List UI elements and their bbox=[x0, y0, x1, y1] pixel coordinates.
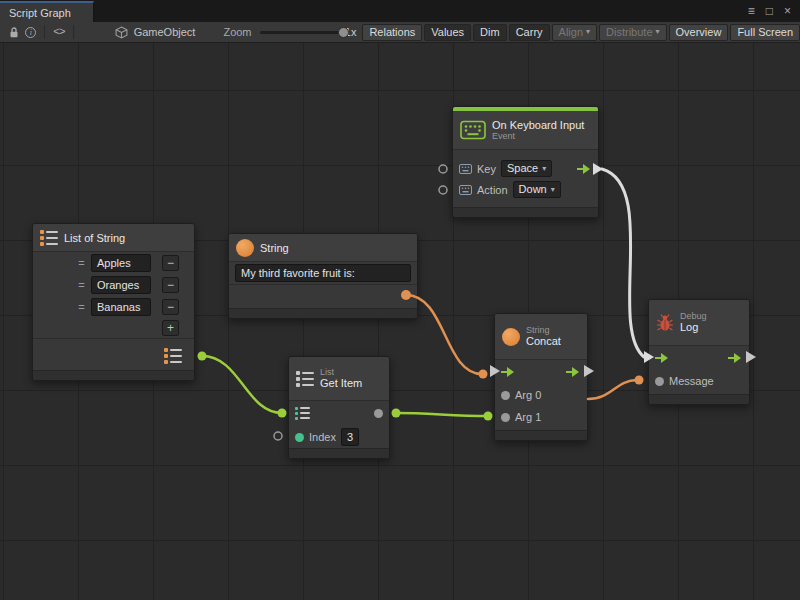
key-dropdown[interactable]: Space▾ bbox=[501, 160, 552, 177]
code-view-icon[interactable]: <> bbox=[50, 24, 67, 41]
add-item-button[interactable]: + bbox=[162, 320, 179, 336]
wire-concat-to-log[interactable] bbox=[588, 380, 637, 399]
gameobject-cube-icon bbox=[112, 24, 129, 41]
item-output-port[interactable] bbox=[374, 409, 383, 418]
distribute-dropdown[interactable]: Distribute▾ bbox=[599, 24, 666, 41]
action-input-port[interactable] bbox=[439, 186, 447, 194]
index-input-port[interactable] bbox=[295, 433, 304, 442]
node-string-literal[interactable]: String My third favorite fruit is: bbox=[228, 233, 418, 319]
list-item-row: = Apples − bbox=[33, 252, 194, 274]
node-get-item[interactable]: List Get Item Index 3 bbox=[288, 356, 390, 459]
node-title: String bbox=[260, 242, 289, 254]
string-type-icon bbox=[502, 328, 520, 346]
list-item-field[interactable]: Bananas bbox=[91, 298, 151, 316]
list-input-port-icon[interactable] bbox=[295, 407, 310, 420]
remove-item-button[interactable]: − bbox=[162, 255, 179, 271]
list-input-row bbox=[289, 401, 389, 425]
key-type-icon bbox=[459, 164, 472, 174]
chevron-down-icon: ▾ bbox=[656, 27, 660, 36]
overview-button[interactable]: Overview bbox=[669, 24, 729, 41]
dim-button[interactable]: Dim bbox=[473, 24, 507, 41]
list-item-field[interactable]: Oranges bbox=[91, 276, 151, 294]
wire-keyboard-to-log[interactable] bbox=[602, 169, 644, 357]
node-footer bbox=[289, 448, 389, 458]
graph-canvas[interactable]: On Keyboard Input Event Key Space▾ Actio… bbox=[0, 43, 800, 600]
string-value-field[interactable]: My third favorite fruit is: bbox=[235, 264, 411, 282]
node-concat[interactable]: String Concat Arg 0 Arg 1 bbox=[494, 313, 588, 441]
message-input-port[interactable] bbox=[655, 377, 664, 386]
toolbar-separator bbox=[73, 25, 74, 39]
info-icon[interactable]: i bbox=[22, 24, 39, 41]
index-field[interactable]: 3 bbox=[341, 428, 359, 446]
values-button[interactable]: Values bbox=[424, 24, 471, 41]
list-output-port-icon[interactable] bbox=[164, 348, 182, 364]
node-debug-log[interactable]: Debug Log Message bbox=[648, 299, 750, 405]
node-footer bbox=[495, 430, 587, 440]
node-subtitle: Event bbox=[492, 131, 584, 141]
flow-output-port[interactable] bbox=[728, 352, 743, 364]
node-title: Get Item bbox=[320, 377, 362, 390]
flow-output-port[interactable] bbox=[577, 163, 592, 175]
key-row: Key Space▾ bbox=[453, 158, 598, 179]
node-category: Debug bbox=[680, 311, 707, 321]
window-menu-icon[interactable]: ≡ bbox=[748, 5, 755, 17]
string-type-icon bbox=[236, 239, 254, 257]
item-handle-icon: = bbox=[77, 301, 86, 313]
wire-list-to-getitem[interactable] bbox=[202, 356, 282, 413]
index-row: Index 3 bbox=[289, 425, 389, 449]
arg0-row: Arg 0 bbox=[495, 384, 587, 406]
gameobject-label[interactable]: GameObject bbox=[134, 26, 196, 38]
node-header[interactable]: String Concat bbox=[495, 314, 587, 360]
node-footer bbox=[33, 370, 194, 380]
node-title: On Keyboard Input bbox=[492, 119, 584, 132]
window-close-icon[interactable]: × bbox=[784, 5, 791, 17]
node-header[interactable]: Debug Log bbox=[649, 300, 749, 346]
node-category: String bbox=[526, 325, 561, 335]
node-footer bbox=[649, 394, 749, 404]
node-header[interactable]: String bbox=[229, 234, 417, 262]
wire-getitem-to-concat[interactable] bbox=[396, 413, 488, 416]
string-value-row: My third favorite fruit is: bbox=[229, 262, 417, 284]
bug-icon bbox=[656, 313, 674, 332]
message-row: Message bbox=[649, 370, 749, 392]
flow-row bbox=[649, 346, 749, 370]
node-header[interactable]: List Get Item bbox=[289, 357, 389, 401]
graph-toolbar: i <> GameObject Zoom 1x Relations Values… bbox=[0, 22, 800, 43]
node-header[interactable]: List of String bbox=[33, 224, 194, 252]
item-handle-icon: = bbox=[77, 257, 86, 269]
node-on-keyboard-input[interactable]: On Keyboard Input Event Key Space▾ Actio… bbox=[452, 106, 599, 218]
key-input-port[interactable] bbox=[439, 165, 447, 173]
node-header[interactable]: On Keyboard Input Event bbox=[453, 111, 598, 150]
arg0-input-port[interactable] bbox=[501, 391, 510, 400]
node-title: List of String bbox=[64, 232, 125, 244]
chevron-down-icon: ▾ bbox=[551, 182, 555, 197]
tab-script-graph[interactable]: Script Graph bbox=[0, 1, 94, 22]
arg1-input-port[interactable] bbox=[501, 413, 510, 422]
zoom-label: Zoom bbox=[223, 26, 251, 38]
zoom-slider[interactable] bbox=[260, 31, 339, 34]
action-dropdown[interactable]: Down▾ bbox=[513, 181, 561, 198]
list-item-field[interactable]: Apples bbox=[91, 254, 151, 272]
remove-item-button[interactable]: − bbox=[162, 277, 179, 293]
chevron-down-icon: ▾ bbox=[586, 27, 590, 36]
zoom-slider-handle[interactable] bbox=[338, 27, 349, 38]
list-item-row: = Oranges − bbox=[33, 274, 194, 296]
window-maximize-icon[interactable]: □ bbox=[766, 5, 773, 17]
lock-icon[interactable] bbox=[5, 24, 22, 41]
flow-input-port[interactable] bbox=[501, 366, 516, 378]
index-input-port-outer[interactable] bbox=[274, 432, 282, 440]
add-item-row: + bbox=[33, 318, 194, 338]
remove-item-button[interactable]: − bbox=[162, 299, 179, 315]
list-output-section bbox=[33, 338, 194, 372]
align-dropdown[interactable]: Align▾ bbox=[552, 24, 597, 41]
relations-button[interactable]: Relations bbox=[362, 24, 422, 41]
list-icon bbox=[40, 230, 58, 246]
flow-input-port[interactable] bbox=[655, 352, 670, 364]
flow-output-port[interactable] bbox=[566, 366, 581, 378]
node-list-of-string[interactable]: List of String = Apples − = Oranges − = … bbox=[32, 223, 195, 381]
string-output-section bbox=[229, 284, 417, 310]
fullscreen-button[interactable]: Full Screen bbox=[730, 24, 800, 41]
node-footer bbox=[229, 308, 417, 318]
carry-button[interactable]: Carry bbox=[509, 24, 550, 41]
arg0-label: Arg 0 bbox=[515, 389, 541, 401]
